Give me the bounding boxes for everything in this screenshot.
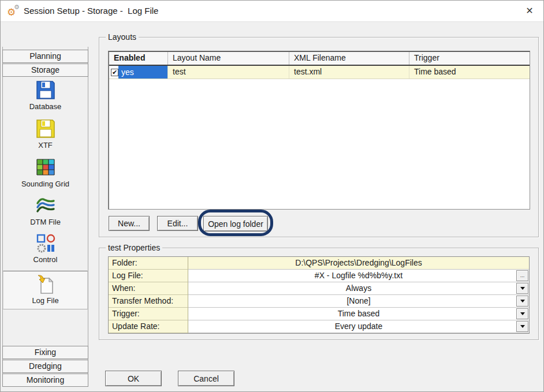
cancel-button[interactable]: Cancel [178, 371, 234, 386]
property-label: Transfer Method: [109, 295, 188, 308]
sidebar-item-dtm-file[interactable]: DTM File [4, 195, 87, 226]
properties-table: Folder: D:\QPS\Projects\Dredging\LogFile… [108, 256, 530, 334]
chevron-down-icon [520, 287, 525, 290]
contour-waves-icon [35, 195, 56, 216]
update-rate-dropdown-button[interactable] [516, 321, 528, 332]
enabled-checkbox[interactable]: ✔ [111, 69, 118, 76]
sidebar-item-xtf[interactable]: XTF [4, 118, 87, 150]
sidebar-item-label: XTF [4, 141, 87, 150]
open-log-folder-button[interactable]: Open log folder [203, 216, 268, 232]
ok-button[interactable]: OK [105, 371, 162, 386]
sidebar-button-dredging[interactable]: Dredging [2, 360, 88, 373]
layout-name-cell[interactable]: test [168, 66, 289, 79]
sidebar-item-sounding-grid[interactable]: Sounding Grid [4, 157, 87, 188]
window-title: Session Setup - Storage - Log File [24, 6, 158, 16]
floppy-yellow-icon [35, 118, 56, 139]
title-bar: ⚙ ⚙ Session Setup - Storage - Log File ✕ [1, 1, 543, 22]
sidebar: Planning Storage Database XTF [2, 47, 88, 386]
property-row-folder: Folder: D:\QPS\Projects\Dredging\LogFile… [109, 257, 529, 270]
chevron-down-icon [520, 325, 525, 328]
property-label: Log File: [109, 270, 188, 282]
sidebar-button-fixing[interactable]: Fixing [2, 346, 88, 359]
layouts-table-header: Enabled Layout Name XML Filename Trigger [109, 52, 530, 66]
property-row-trigger: Trigger: Time based [109, 308, 529, 320]
dialog-body: Planning Storage Database XTF [1, 21, 543, 391]
column-header-trigger[interactable]: Trigger [409, 52, 530, 65]
sidebar-button-planning[interactable]: Planning [2, 50, 88, 63]
sidebar-item-label: Control [4, 255, 87, 264]
enabled-cell: ✔ yes [109, 66, 168, 79]
property-row-transfer-method: Transfer Method: [None] [109, 295, 529, 308]
edit-button[interactable]: Edit... [157, 216, 198, 231]
layouts-group-label: Layouts [106, 32, 139, 42]
folder-value: D:\QPS\Projects\Dredging\LogFiles [188, 257, 529, 270]
sidebar-button-monitoring[interactable]: Monitoring [2, 374, 88, 387]
gears-icon: ⚙ ⚙ [7, 5, 21, 18]
property-row-update-rate: Update Rate: Every update [109, 320, 529, 333]
properties-group-label: test Properties [106, 243, 162, 252]
test-properties-groupbox: test Properties Folder: D:\QPS\Projects\… [99, 248, 539, 340]
property-label: Update Rate: [109, 320, 188, 333]
xml-filename-cell[interactable]: test.xml [289, 66, 409, 79]
layouts-table: Enabled Layout Name XML Filename Trigger… [108, 51, 530, 210]
when-dropdown-button[interactable] [516, 283, 528, 294]
sidebar-item-label: Sounding Grid [4, 180, 87, 188]
session-setup-dialog: ⚙ ⚙ Session Setup - Storage - Log File ✕… [0, 0, 544, 392]
sidebar-item-label: DTM File [4, 218, 87, 226]
trigger-value[interactable]: Time based [188, 308, 529, 320]
chevron-down-icon [520, 300, 525, 303]
transfer-method-value[interactable]: [None] [188, 295, 529, 308]
sidebar-item-label: Log File [4, 296, 87, 305]
sidebar-button-storage[interactable]: Storage [2, 64, 88, 77]
when-value[interactable]: Always [188, 282, 529, 295]
log-file-value[interactable]: #X - Logfile %d%b%y.txt ... [188, 270, 529, 282]
table-row[interactable]: ✔ yes test test.xml Time based [109, 66, 530, 79]
new-button[interactable]: New... [109, 216, 150, 231]
color-grid-icon [35, 157, 56, 178]
log-page-arrow-icon [35, 274, 56, 294]
update-rate-value[interactable]: Every update [188, 320, 529, 333]
control-shapes-icon [35, 233, 56, 253]
sidebar-item-database[interactable]: Database [4, 80, 87, 111]
trigger-dropdown-button[interactable] [516, 308, 528, 319]
layouts-groupbox: Layouts Enabled Layout Name XML Filename… [99, 37, 539, 237]
column-header-xml-filename[interactable]: XML Filename [289, 52, 409, 65]
floppy-blue-icon [35, 80, 56, 100]
sidebar-item-label: Database [4, 102, 87, 111]
column-header-enabled[interactable]: Enabled [109, 52, 168, 65]
property-label: When: [109, 282, 188, 295]
column-header-layout-name[interactable]: Layout Name [168, 52, 289, 65]
property-row-when: When: Always [109, 282, 529, 295]
trigger-cell[interactable]: Time based [409, 66, 530, 79]
sidebar-item-log-file[interactable]: Log File [4, 274, 87, 305]
property-label: Folder: [109, 257, 188, 270]
property-label: Trigger: [109, 308, 188, 320]
close-icon[interactable]: ✕ [521, 3, 538, 18]
browse-ellipsis-button[interactable]: ... [516, 270, 528, 281]
sidebar-item-control[interactable]: Control [4, 233, 87, 264]
enabled-value-selected[interactable]: yes [118, 66, 167, 79]
chevron-down-icon [520, 312, 525, 315]
transfer-method-dropdown-button[interactable] [516, 296, 528, 307]
property-row-log-file: Log File: #X - Logfile %d%b%y.txt ... [109, 270, 529, 282]
